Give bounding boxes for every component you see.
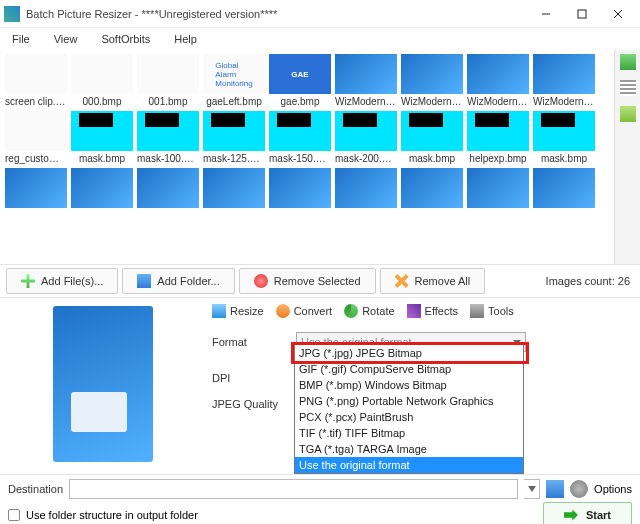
tab-tools[interactable]: Tools xyxy=(470,304,514,318)
content-area: screen clip.bmp000.bmp001.bmpGlobal Alar… xyxy=(0,50,640,264)
options-gear-icon[interactable] xyxy=(570,480,588,498)
thumbnail-item[interactable]: WizModernIma... xyxy=(334,54,398,107)
thumbnail-item[interactable]: mask-100.bmp xyxy=(136,111,200,164)
options-label[interactable]: Options xyxy=(594,483,632,495)
destination-bar: Destination Options xyxy=(0,474,640,502)
footer-bar: Use folder structure in output folder St… xyxy=(0,502,640,524)
images-count-label: Images count: 26 xyxy=(546,275,634,287)
tab-effects[interactable]: Effects xyxy=(407,304,458,318)
view-list-icon[interactable] xyxy=(620,80,636,96)
effects-icon xyxy=(407,304,421,318)
thumbnail-gallery[interactable]: screen clip.bmp000.bmp001.bmpGlobal Alar… xyxy=(0,50,614,264)
tab-convert[interactable]: Convert xyxy=(276,304,333,318)
format-option[interactable]: TGA (*.tga) TARGA Image xyxy=(295,441,523,457)
titlebar: Batch Picture Resizer - ****Unregistered… xyxy=(0,0,640,28)
thumbnail-item[interactable]: mask-150.bmp xyxy=(268,111,332,164)
format-option[interactable]: JPG (*.jpg) JPEG Bitmap xyxy=(295,345,523,361)
preview-image xyxy=(53,306,153,462)
remove-selected-button[interactable]: Remove Selected xyxy=(239,268,376,294)
tab-rotate[interactable]: Rotate xyxy=(344,304,394,318)
tab-strip: Resize Convert Rotate Effects Tools xyxy=(212,300,634,322)
thumbnail-item[interactable]: helpexp.bmp xyxy=(466,111,530,164)
minimize-button[interactable] xyxy=(528,2,564,26)
minus-icon xyxy=(254,274,268,288)
use-folder-structure-label: Use folder structure in output folder xyxy=(26,509,198,521)
thumbnail-item[interactable] xyxy=(466,168,530,210)
thumbnail-item[interactable]: mask.bmp xyxy=(70,111,134,164)
jpeg-quality-label: JPEG Quality xyxy=(212,398,286,410)
svg-marker-4 xyxy=(528,486,536,492)
use-folder-structure-checkbox[interactable] xyxy=(8,509,20,521)
thumbnail-item[interactable]: GAEgae.bmp xyxy=(268,54,332,107)
format-option[interactable]: PCX (*.pcx) PaintBrush xyxy=(295,409,523,425)
thumbnail-item[interactable]: WizModernSm... xyxy=(532,54,596,107)
remove-all-button[interactable]: Remove All xyxy=(380,268,486,294)
preview-pane xyxy=(0,298,206,474)
window-title: Batch Picture Resizer - ****Unregistered… xyxy=(26,8,528,20)
close-button[interactable] xyxy=(600,2,636,26)
thumbnail-item[interactable]: mask.bmp xyxy=(532,111,596,164)
format-option[interactable]: TIF (*.tif) TIFF Bitmap xyxy=(295,425,523,441)
format-option[interactable]: PNG (*.png) Portable Network Graphics xyxy=(295,393,523,409)
app-icon xyxy=(4,6,20,22)
thumbnail-item[interactable]: WizModernSm... xyxy=(466,54,530,107)
view-grid-icon[interactable] xyxy=(620,106,636,122)
folder-icon xyxy=(137,274,151,288)
thumbnail-item[interactable]: WizModernIma... xyxy=(400,54,464,107)
destination-label: Destination xyxy=(8,483,63,495)
thumbnail-item[interactable]: mask.bmp xyxy=(400,111,464,164)
menu-file[interactable]: File xyxy=(4,31,38,47)
format-option[interactable]: BMP (*.bmp) Windows Bitmap xyxy=(295,377,523,393)
format-label: Format xyxy=(212,336,286,348)
thumbnail-item[interactable] xyxy=(70,168,134,210)
settings-panel: Resize Convert Rotate Effects Tools Form… xyxy=(206,298,640,474)
thumbnail-item[interactable] xyxy=(268,168,332,210)
thumbnail-item[interactable] xyxy=(4,168,68,210)
menu-view[interactable]: View xyxy=(46,31,86,47)
thumbnail-item[interactable] xyxy=(400,168,464,210)
thumbnail-item[interactable]: mask-200.bmp xyxy=(334,111,398,164)
format-dropdown-list[interactable]: JPG (*.jpg) JPEG BitmapGIF (*.gif) Compu… xyxy=(294,344,524,474)
plus-icon xyxy=(21,274,35,288)
tab-resize[interactable]: Resize xyxy=(212,304,264,318)
maximize-button[interactable] xyxy=(564,2,600,26)
side-view-tools xyxy=(614,50,640,264)
menu-help[interactable]: Help xyxy=(166,31,205,47)
format-option[interactable]: GIF (*.gif) CompuServe Bitmap xyxy=(295,361,523,377)
action-toolbar: Add File(s)... Add Folder... Remove Sele… xyxy=(0,264,640,298)
menu-softorbits[interactable]: SoftOrbits xyxy=(93,31,158,47)
thumbnail-item[interactable]: Global Alarm MonitoringgaeLeft.bmp xyxy=(202,54,266,107)
thumbnail-item[interactable]: screen clip.bmp xyxy=(4,54,68,107)
thumbnail-item[interactable]: 001.bmp xyxy=(136,54,200,107)
resize-icon xyxy=(212,304,226,318)
format-option[interactable]: Use the original format xyxy=(295,457,523,473)
svg-rect-1 xyxy=(578,10,586,18)
thumbnail-item[interactable] xyxy=(136,168,200,210)
thumbnail-item[interactable] xyxy=(202,168,266,210)
dpi-label: DPI xyxy=(212,372,286,384)
browse-folder-button[interactable] xyxy=(546,480,564,498)
rotate-icon xyxy=(344,304,358,318)
destination-dropdown-button[interactable] xyxy=(524,479,540,499)
start-button[interactable]: Start xyxy=(543,502,632,524)
thumbnail-item[interactable] xyxy=(532,168,596,210)
convert-icon xyxy=(276,304,290,318)
add-folder-button[interactable]: Add Folder... xyxy=(122,268,234,294)
x-icon xyxy=(395,274,409,288)
arrow-right-icon xyxy=(564,508,578,522)
view-large-icon[interactable] xyxy=(620,54,636,70)
menubar: File View SoftOrbits Help xyxy=(0,28,640,50)
destination-input[interactable] xyxy=(69,479,518,499)
thumbnail-item[interactable]: reg_custom_ba... xyxy=(4,111,68,164)
thumbnail-item[interactable]: mask-125.bmp xyxy=(202,111,266,164)
tools-icon xyxy=(470,304,484,318)
thumbnail-item[interactable] xyxy=(334,168,398,210)
thumbnail-item[interactable]: 000.bmp xyxy=(70,54,134,107)
lower-panel: Resize Convert Rotate Effects Tools Form… xyxy=(0,298,640,474)
add-files-button[interactable]: Add File(s)... xyxy=(6,268,118,294)
